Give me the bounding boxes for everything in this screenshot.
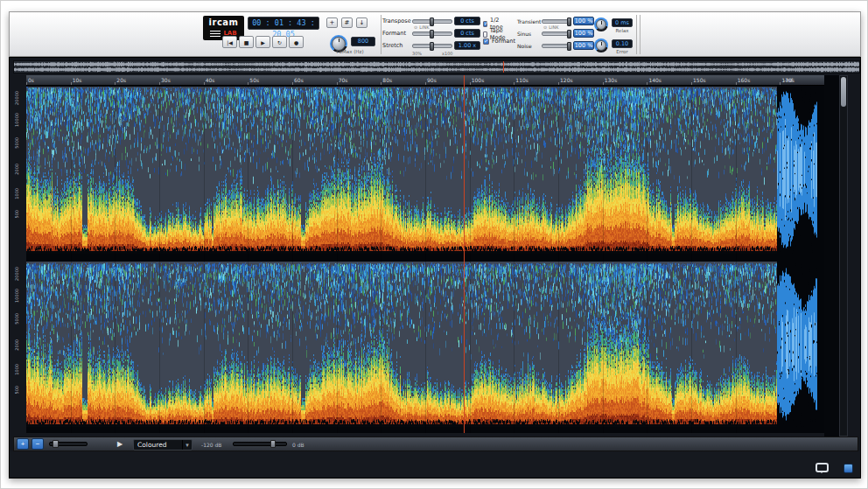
transpose-slider-thumb[interactable] [430, 17, 434, 26]
transport-controls: |◀ ■ ▶ ↻ ● [222, 36, 304, 48]
loop-button[interactable]: ↻ [272, 36, 287, 48]
ruler-label: 90s [427, 77, 437, 83]
stretch-min-label: 30% [412, 51, 422, 56]
ruler-label: 40s [206, 77, 215, 83]
formant-slider-thumb[interactable] [430, 30, 434, 38]
synthesis-group: Transient 100 % ⊙ LINK Sinus 100 % Noise… [517, 12, 596, 58]
stretch-label: Stretch [382, 42, 410, 49]
stop-button[interactable]: ■ [239, 36, 254, 48]
freq-label: 10000 [14, 289, 19, 303]
formant-checkbox[interactable]: Formant [483, 38, 515, 45]
freq-label: 20000 [14, 91, 19, 105]
chevron-down-icon: ▾ [182, 440, 192, 450]
freq-label: 5000 [14, 137, 19, 149]
transient-value: 100 % [573, 17, 594, 25]
zoom-in-button[interactable]: + [17, 438, 29, 450]
ruler-end-label: -Inf [784, 77, 793, 83]
ruler-label: 100s [472, 77, 485, 83]
freq-label: 500 [14, 386, 19, 395]
error-knob[interactable] [594, 38, 608, 52]
scrub-play-icon[interactable]: ▶ [117, 440, 122, 448]
go-to-start-button[interactable]: |◀ [222, 36, 237, 48]
zoom-slider-thumb[interactable] [52, 440, 59, 448]
checkbox-box[interactable] [483, 31, 487, 38]
ruler-label: 120s [560, 77, 573, 83]
freq-label: 2000 [14, 164, 19, 175]
separator [636, 15, 637, 54]
noise-slider[interactable] [542, 44, 571, 48]
formant-value: 0 cts [454, 29, 480, 38]
db-min-label: -120 dB [201, 442, 221, 448]
ruler-label: 130s [605, 77, 618, 83]
formant-slider-label: Formant [382, 30, 410, 37]
transpose-label: Transpose [382, 17, 410, 24]
error-value: 0.10 [612, 39, 633, 48]
play-button[interactable]: ▶ [256, 36, 270, 48]
stretch-slider[interactable] [412, 44, 452, 48]
logo-brand: ircam [203, 17, 244, 28]
stretch-slider-thumb[interactable] [430, 42, 434, 51]
checkbox-box[interactable] [483, 21, 487, 27]
freq-label: 1000 [14, 188, 19, 199]
ruler-label: 50s [249, 77, 259, 83]
relax-label: Relax [612, 28, 633, 33]
checkbox-box[interactable] [483, 38, 489, 45]
ruler-label: 20s [116, 77, 126, 83]
vertical-scrollbar-thumb[interactable] [841, 77, 846, 107]
right-gap [824, 75, 839, 437]
formant-slider[interactable] [412, 31, 452, 36]
relax-knob[interactable] [594, 17, 608, 31]
app-window: ircam LAB 00 : 01 : 43 : 20.05 + # ↓ |◀ … [0, 0, 868, 489]
record-button[interactable]: ● [289, 36, 304, 48]
ruler-label: 150s [693, 77, 706, 83]
sinus-slider-thumb[interactable] [567, 30, 571, 38]
freq-label: 10000 [14, 113, 19, 127]
stretch-value: 1.00 x [454, 41, 480, 50]
toolbar: ircam LAB 00 : 01 : 43 : 20.05 + # ↓ |◀ … [9, 11, 861, 57]
time-display: 00 : 01 : 43 : 20.05 [248, 17, 319, 30]
ruler-label: 60s [294, 77, 304, 83]
transient-slider[interactable] [542, 19, 571, 24]
sinus-label: Sinus [517, 31, 540, 37]
status-strip [10, 451, 861, 479]
info-icon[interactable] [844, 464, 853, 473]
bottom-toolbar: + − ▶ Coloured ▾ -120 dB 0 dB [13, 437, 858, 451]
ruler-label: 30s [161, 77, 171, 83]
export-button[interactable]: ↓ [356, 17, 368, 28]
snap-button[interactable]: # [341, 17, 353, 28]
sinus-value: 100 % [573, 29, 594, 38]
db-slider-thumb[interactable] [270, 440, 276, 448]
noise-label: Noise [517, 43, 540, 49]
f0max-label: F0Max (Hz) [321, 49, 379, 54]
zoom-slider[interactable] [49, 442, 88, 446]
colormap-select[interactable]: Coloured ▾ [133, 439, 192, 451]
error-label: Error [612, 49, 633, 54]
time-ruler[interactable]: 0s10s20s30s40s50s60s70s80s90s100s110s120… [26, 75, 824, 86]
noise-value: 100 % [573, 41, 594, 50]
pitch-group: Transpose 0 cts ⊙ LINK Formant 0 cts Str… [382, 12, 484, 58]
ruler-label: 70s [339, 77, 348, 83]
relax-value: 0 ms [612, 18, 633, 27]
sinus-slider[interactable] [542, 31, 571, 36]
add-button[interactable]: + [326, 17, 338, 28]
noise-slider-thumb[interactable] [567, 42, 571, 51]
aux-buttons: + # ↓ [326, 17, 368, 28]
logo-lines-icon [210, 31, 220, 37]
spectrogram-canvas[interactable] [26, 86, 824, 433]
transient-slider-thumb[interactable] [567, 17, 571, 26]
separator [640, 15, 640, 54]
separator [381, 15, 382, 54]
freq-label: 1000 [14, 364, 19, 375]
db-range-slider[interactable] [233, 442, 287, 446]
transient-label: Transient [517, 18, 540, 24]
transpose-slider[interactable] [412, 19, 452, 24]
ruler-label: 0s [28, 77, 34, 83]
main-view: 0s10s20s30s40s50s60s70s80s90s100s110s120… [9, 57, 861, 479]
frequency-axis: 2000010000500020001000500200001000050002… [12, 86, 25, 433]
chat-icon[interactable] [816, 463, 829, 472]
ruler-label: 160s [738, 77, 751, 83]
overview-waveform[interactable] [13, 60, 860, 73]
freq-label: 20000 [14, 267, 19, 281]
vertical-scrollbar[interactable] [839, 75, 848, 437]
zoom-out-button[interactable]: − [32, 438, 44, 450]
